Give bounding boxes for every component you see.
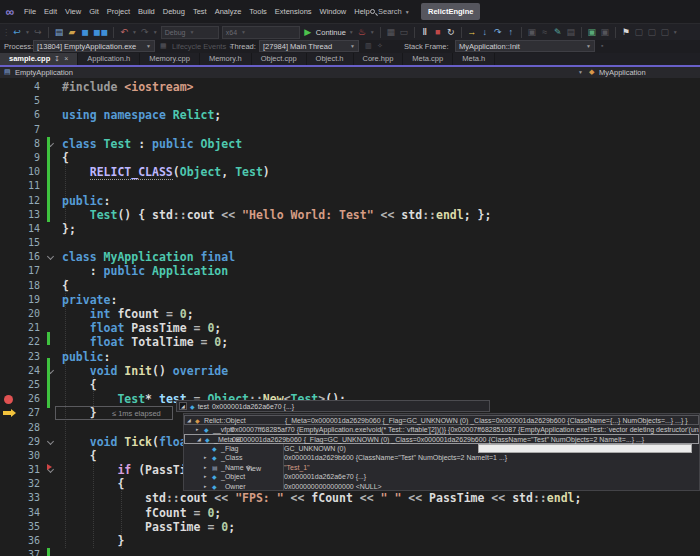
bookmark-next-icon[interactable]: ▢ [647, 25, 657, 40]
restart-icon[interactable]: ↻ [446, 25, 456, 40]
line-number[interactable]: 22 [0, 335, 40, 349]
expander-icon[interactable]: ▸ [204, 473, 207, 479]
datatip-row-_name[interactable]: ▸▤_NameView▼"Test_1" [184, 463, 699, 473]
platform-dropdown[interactable]: x64▼ [222, 26, 300, 39]
run-to-cursor-icon[interactable] [47, 464, 52, 470]
code-line[interactable]: 13 Test() { std::cout << "Hello World: T… [0, 208, 700, 222]
close-icon[interactable]: × [64, 53, 68, 65]
code-line[interactable]: 36 } [0, 534, 700, 548]
member-value[interactable]: 0x000001da2629b060 {_Flag=GC_UNKNOWN (0)… [232, 436, 644, 443]
line-number[interactable]: 20 [0, 307, 40, 321]
code-line[interactable]: 15 [0, 236, 700, 250]
tab-memory.h[interactable]: Memory.h [200, 53, 252, 65]
menu-build[interactable]: Build [134, 0, 159, 23]
menu-test[interactable]: Test [189, 0, 211, 23]
tab-application.h[interactable]: Application.h [78, 53, 140, 65]
code-line[interactable]: 16class MyApplication final [0, 250, 700, 264]
lifecycle-events-dropdown[interactable]: Lifecycle Events ▼ [172, 42, 233, 51]
expander-icon[interactable]: ◢ [187, 417, 191, 423]
thread-dropdown[interactable]: [27984] Main Thread▼ [259, 40, 359, 52]
toolbar-overflow-icon[interactable]: ▼ [673, 29, 678, 35]
member-value[interactable]: 0x0000000000000000 <NULL> [284, 483, 382, 490]
toolbar-grip[interactable]: ⋮ [2, 28, 9, 37]
code-line[interactable]: 25 { [0, 378, 700, 392]
tab-core.hpp[interactable]: Core.hpp [354, 53, 404, 65]
fold-indicator[interactable] [40, 137, 62, 151]
line-number[interactable]: 12 [0, 194, 40, 208]
code-line[interactable]: 10 RELICT_CLASS(Object, Test) [0, 165, 700, 179]
code-line[interactable]: 12public: [0, 194, 700, 208]
code-line[interactable]: 18{ [0, 279, 700, 293]
code-line[interactable]: 34 fCount = 0; [0, 506, 700, 520]
flag-threads-icon[interactable]: ▥ [365, 42, 372, 50]
member-value[interactable]: 0x00007ff68285af70 {EmptyApplication.exe… [231, 426, 700, 433]
line-number[interactable]: 24 [0, 364, 40, 378]
line-number[interactable]: 21 [0, 321, 40, 335]
datatip-row-_class[interactable]: ▸◆_Class0x000001da2629b600 {ClassName="T… [184, 453, 699, 463]
line-number[interactable]: 32 [0, 477, 40, 491]
pause-icon[interactable]: ‖ [420, 25, 430, 40]
datatip-row-__vfptr[interactable]: ▸◆__vfptr0x00007ff68285af70 {EmptyApplic… [184, 425, 699, 435]
code-line[interactable]: 24 void Init() override [0, 364, 700, 378]
save-icon[interactable]: ◼ [80, 25, 90, 40]
line-number[interactable]: 31 [0, 463, 40, 477]
expander-icon[interactable]: ▸ [196, 426, 199, 432]
undo-icon[interactable]: ↶ [119, 25, 129, 40]
bookmark-prev-icon[interactable]: ▢ [634, 25, 644, 40]
line-number[interactable]: 15 [0, 236, 40, 250]
line-number[interactable]: 25 [0, 378, 40, 392]
member-value[interactable]: 0x000001da262a6e70 {...} [284, 473, 366, 480]
fold-indicator[interactable] [40, 250, 62, 264]
code-line[interactable]: 19private: [0, 293, 700, 307]
line-number[interactable]: 23 [0, 350, 40, 364]
breakpoint-icon[interactable] [4, 395, 13, 404]
tab-memory.cpp[interactable]: Memory.cpp [140, 53, 200, 65]
menu-file[interactable]: File [20, 0, 40, 23]
datatip-row-_owner[interactable]: ▸◆_Owner0x0000000000000000 <NULL> [184, 482, 699, 491]
code-line[interactable]: 6using namespace Relict; [0, 108, 700, 122]
stop-icon[interactable]: ■ [433, 25, 443, 40]
code-editor[interactable]: 4#include <iostream>56using namespace Re… [0, 78, 700, 556]
line-number[interactable]: 37 [0, 548, 40, 556]
line-number[interactable]: 16 [0, 250, 40, 264]
navigate-back-icon[interactable]: ↩ [12, 25, 22, 40]
step-out-icon[interactable]: ↑ [506, 25, 516, 40]
save-all-icon[interactable]: ◼◼ [93, 25, 108, 40]
code-line[interactable]: 11 [0, 179, 700, 193]
member-value[interactable]: GC_UNKNOWN (0) [284, 445, 346, 452]
step-into-icon[interactable]: ↓ [480, 25, 490, 40]
window-layout-icon[interactable]: ▣ [587, 25, 597, 40]
code-line[interactable]: 22 float TotalTime = 0; [0, 335, 700, 349]
menu-extensions[interactable]: Extensions [271, 0, 316, 23]
code-line[interactable]: 33 std::cout << "FPS: " << fCount << " "… [0, 491, 700, 505]
code-line[interactable]: 14}; [0, 222, 700, 236]
datatip-root[interactable]: ◢ ◆ test 0x000001da262a6e70 {...} [176, 400, 490, 412]
fold-indicator[interactable] [40, 364, 62, 378]
menu-git[interactable]: Git [85, 0, 103, 23]
search-box[interactable]: Search ▼ [366, 4, 414, 19]
menu-debug[interactable]: Debug [159, 0, 189, 23]
line-number[interactable]: 7 [0, 123, 40, 137]
value-edit-box[interactable] [478, 444, 692, 453]
line-number[interactable]: 10 [0, 165, 40, 179]
new-file-icon[interactable]: ▤ [54, 25, 64, 40]
code-line[interactable]: 17 : public Application [0, 264, 700, 278]
open-folder-icon[interactable]: ▰ [67, 25, 77, 40]
datatip-row-_object[interactable]: ▸◆_Object0x000001da262a6e70 {...} [184, 472, 699, 482]
line-number[interactable]: 35 [0, 520, 40, 534]
tab-meta.h[interactable]: Meta.h [453, 53, 495, 65]
hot-reload-icon[interactable]: ♨ [357, 25, 367, 40]
line-number[interactable]: 13 [0, 208, 40, 222]
line-number[interactable]: 6 [0, 108, 40, 122]
script-icon[interactable]: ✎ [553, 25, 563, 40]
diagnostics-icon[interactable]: ≈ [540, 25, 550, 40]
process-dropdown[interactable]: [13804] EmptyApplication.exe▼ [33, 40, 155, 52]
code-line[interactable]: 7 [0, 123, 700, 137]
chevron-down-icon[interactable]: ▼ [578, 69, 583, 75]
perf-tip[interactable]: ≤ 1ms elapsed [112, 409, 161, 418]
datatip-panel[interactable]: ◢◆Relict::Object{_Meta=0x000001da2629b06… [183, 413, 700, 491]
process-snapshot-icon[interactable]: ▦ [160, 42, 167, 50]
expander-icon[interactable]: ▸ [204, 454, 207, 460]
tab-object.h[interactable]: Object.h [307, 53, 354, 65]
line-number[interactable]: 17 [0, 264, 40, 278]
